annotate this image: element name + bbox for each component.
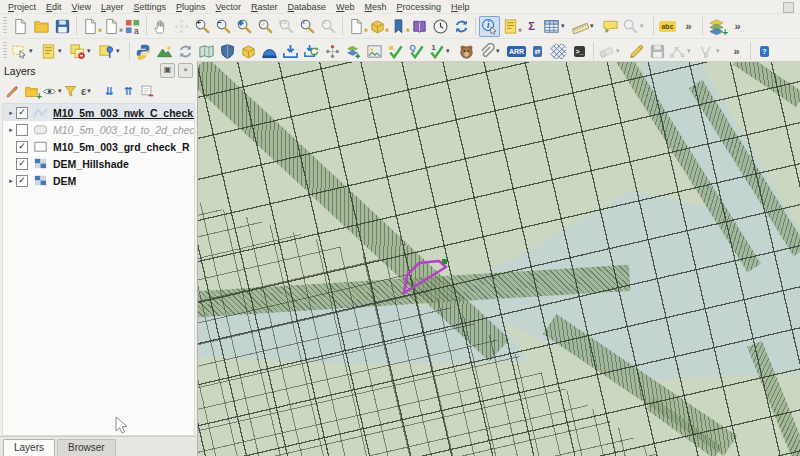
expand-arrow-icon[interactable]: ▸ bbox=[6, 109, 16, 117]
check-geometry-yellow-button[interactable]: ■ bbox=[385, 41, 406, 62]
open-project-button[interactable] bbox=[31, 16, 52, 37]
measure-line-dropdown-icon[interactable]: ▾ bbox=[590, 22, 594, 30]
float-panel-button[interactable]: ▣ bbox=[160, 63, 175, 78]
style-manager-button[interactable] bbox=[122, 16, 143, 37]
layer-visibility-checkbox[interactable]: ✓ bbox=[16, 158, 28, 170]
zoom-to-native-resolution-button[interactable]: 1:1 bbox=[276, 16, 297, 37]
menu-plugins[interactable]: Plugins bbox=[171, 2, 211, 12]
menu-help[interactable]: Help bbox=[446, 2, 475, 12]
map-canvas[interactable] bbox=[198, 61, 800, 456]
bear-plugin-button[interactable] bbox=[456, 41, 477, 62]
open-attribute-table-button[interactable]: ▾ bbox=[542, 16, 571, 37]
mesh-grid-plugin-button[interactable] bbox=[548, 41, 569, 62]
toolbar-overflow-3-button[interactable]: » bbox=[726, 41, 747, 62]
save-project-button[interactable] bbox=[52, 16, 73, 37]
current-edits-dropdown-icon[interactable]: ▾ bbox=[616, 47, 620, 55]
console-plugin-button[interactable]: >_ bbox=[569, 41, 590, 62]
toolbar-overflow-2-button[interactable]: » bbox=[727, 16, 748, 37]
menu-processing[interactable]: Processing bbox=[391, 2, 446, 12]
zoom-to-selection-button[interactable]: □ bbox=[255, 16, 276, 37]
zoom-in-button[interactable]: + bbox=[192, 16, 213, 37]
dome-plugin-button[interactable] bbox=[259, 41, 280, 62]
show-layout-manager-button[interactable]: * bbox=[101, 16, 122, 37]
add-group-button[interactable]: + bbox=[22, 82, 41, 101]
menu-web[interactable]: Web bbox=[331, 2, 359, 12]
save-layer-edits-button[interactable] bbox=[647, 41, 668, 62]
map-tips-button[interactable] bbox=[600, 16, 621, 37]
new-map-view-button[interactable]: * bbox=[346, 16, 367, 37]
menu-project[interactable]: Project bbox=[3, 2, 41, 12]
new-3d-map-view-button[interactable]: * bbox=[367, 16, 388, 37]
layer-stack-plugin-button[interactable] bbox=[343, 41, 364, 62]
new-print-layout-button[interactable]: * bbox=[80, 16, 101, 37]
temporal-controller-button[interactable] bbox=[430, 16, 451, 37]
layer-row[interactable]: ✓M10_5m_003_grd_check_R bbox=[3, 138, 194, 155]
node-arrows-plugin-button[interactable]: ⇄ bbox=[527, 41, 548, 62]
download-layer-plugin-button[interactable] bbox=[280, 41, 301, 62]
select-features-by-value-button[interactable]: ▾ bbox=[39, 41, 68, 62]
zoom-last-button[interactable]: ‹ bbox=[297, 16, 318, 37]
select-by-location-button[interactable]: ▾ bbox=[97, 41, 126, 62]
panel-tab-layers[interactable]: Layers bbox=[3, 439, 55, 456]
arr-plugin-button[interactable]: ARR bbox=[506, 41, 527, 62]
expand-all-button[interactable]: ⇊ bbox=[100, 82, 119, 101]
refresh-map-button[interactable] bbox=[451, 16, 472, 37]
layer-row[interactable]: ▸✓DEM bbox=[3, 172, 194, 189]
layer-visibility-checkbox[interactable]: ✓ bbox=[16, 175, 28, 187]
toolbar-overflow-1-button[interactable]: » bbox=[678, 16, 699, 37]
menu-raster[interactable]: Raster bbox=[246, 2, 283, 12]
attachment-plugin-dropdown-icon[interactable]: ▾ bbox=[496, 47, 500, 55]
layer-visibility-checkbox[interactable]: ✓ bbox=[16, 107, 28, 119]
pan-map-button[interactable] bbox=[150, 16, 171, 37]
filter-legend-button[interactable] bbox=[61, 82, 80, 101]
tcp-plugin-button[interactable] bbox=[322, 41, 343, 62]
add-line-feature-dropdown-icon[interactable]: ▾ bbox=[687, 47, 691, 55]
layer-visibility-checkbox[interactable] bbox=[16, 124, 28, 136]
filter-by-expression-dropdown-icon[interactable]: ▾ bbox=[87, 87, 91, 95]
zoom-next-button[interactable]: › bbox=[318, 16, 339, 37]
add-layers-button[interactable]: + bbox=[706, 16, 727, 37]
run-feature-action-button[interactable]: * bbox=[500, 16, 521, 37]
expand-arrow-icon[interactable]: ▸ bbox=[6, 177, 16, 185]
filter-by-expression-button[interactable]: ε▾ bbox=[80, 82, 100, 101]
vertex-tool-dropdown-icon[interactable]: ▾ bbox=[716, 47, 720, 55]
zoom-full-button[interactable]: ◆ bbox=[234, 16, 255, 37]
expand-arrow-icon[interactable]: ▸ bbox=[6, 126, 16, 134]
labeling-options-button[interactable]: abc bbox=[657, 16, 678, 37]
shield-plugin-button[interactable] bbox=[217, 41, 238, 62]
layer-name[interactable]: DEM_Hillshade bbox=[53, 158, 129, 170]
current-edits-button[interactable]: ▾ bbox=[597, 41, 626, 62]
layer-name[interactable]: M10_5m_003_nwk_C_check_L bbox=[53, 107, 195, 119]
layer-row[interactable]: ✓DEM_Hillshade bbox=[3, 155, 194, 172]
layer-name[interactable]: DEM bbox=[53, 175, 76, 187]
measure-line-button[interactable]: ▾ bbox=[571, 16, 600, 37]
terrain-plugin-button[interactable] bbox=[154, 41, 175, 62]
add-line-feature-button[interactable]: ▾ bbox=[668, 41, 697, 62]
select-features-by-value-dropdown-icon[interactable]: ▾ bbox=[58, 47, 62, 55]
layer-row[interactable]: ▸M10_5m_003_1d_to_2d_check_R bbox=[3, 121, 194, 138]
menu-vector[interactable]: Vector bbox=[211, 2, 247, 12]
vertex-tool-button[interactable]: ▾ bbox=[697, 41, 726, 62]
layer-visibility-checkbox[interactable]: ✓ bbox=[16, 141, 28, 153]
menu-edit[interactable]: Edit bbox=[41, 2, 67, 12]
pan-map-to-selection-button[interactable] bbox=[171, 16, 192, 37]
show-spatial-bookmarks-button[interactable] bbox=[409, 16, 430, 37]
map-sheet-plugin-button[interactable] bbox=[196, 41, 217, 62]
new-project-button[interactable] bbox=[10, 16, 31, 37]
attachment-plugin-button[interactable]: ▾ bbox=[477, 41, 506, 62]
toolbar-handle[interactable] bbox=[3, 17, 7, 35]
layer-row[interactable]: ▸✓M10_5m_003_nwk_C_check_L bbox=[3, 104, 194, 121]
open-layer-styling-button[interactable] bbox=[3, 82, 22, 101]
manage-map-themes-button[interactable]: ▾ bbox=[41, 82, 61, 101]
raster-image-plugin-button[interactable] bbox=[364, 41, 385, 62]
search-tool-button[interactable]: ▾ bbox=[621, 16, 650, 37]
select-by-location-dropdown-icon[interactable]: ▾ bbox=[116, 47, 120, 55]
menu-view[interactable]: View bbox=[67, 2, 96, 12]
panel-tab-browser[interactable]: Browser bbox=[57, 439, 116, 456]
menubar-corner-icon[interactable] bbox=[783, 2, 794, 13]
download-refresh-plugin-button[interactable] bbox=[301, 41, 322, 62]
statistical-summary-button[interactable]: Σ bbox=[521, 16, 542, 37]
remove-layer-button[interactable] bbox=[138, 82, 157, 101]
new-spatial-bookmark-button[interactable]: * bbox=[388, 16, 409, 37]
python-console-button[interactable] bbox=[133, 41, 154, 62]
